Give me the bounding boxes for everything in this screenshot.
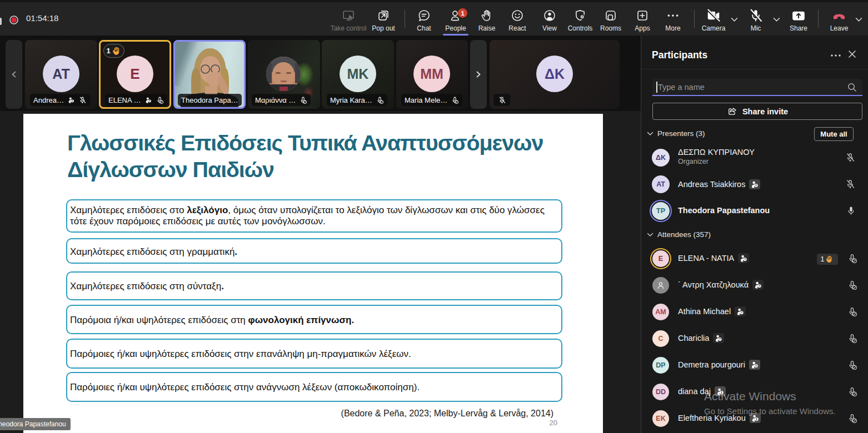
- svg-text:?: ?: [759, 284, 761, 288]
- svg-text:?: ?: [719, 338, 721, 341]
- svg-text:?: ?: [744, 258, 746, 261]
- svg-text:?: ?: [148, 100, 150, 103]
- svg-text:?: ?: [741, 311, 743, 314]
